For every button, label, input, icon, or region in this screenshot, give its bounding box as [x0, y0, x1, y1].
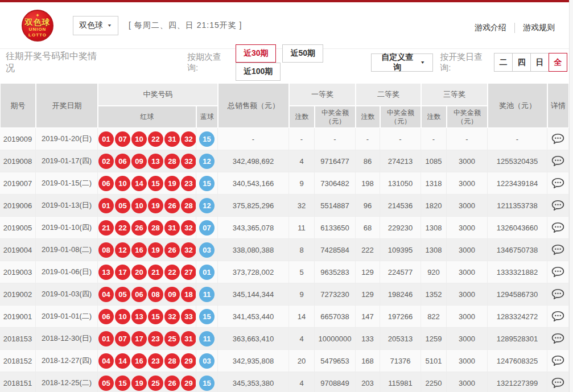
second-prize-amount-cell: 274213	[380, 150, 421, 172]
pool-cell: 1211353738	[488, 195, 547, 217]
table-row: 20190092019-01-20(日)01071022313215------…	[0, 128, 569, 150]
red-ball: 23	[148, 353, 163, 369]
red-balls-cell: 040506080918	[98, 283, 196, 306]
first-prize-amount-cell: 6133650	[315, 217, 356, 239]
blue-ball-cell: 15	[196, 306, 218, 328]
detail-button[interactable]	[550, 154, 566, 168]
first-prize-count-cell: 9	[289, 172, 315, 195]
detail-button[interactable]	[550, 243, 566, 257]
detail-cell	[547, 350, 569, 372]
detail-button[interactable]	[550, 354, 566, 368]
pool-cell: 1247608325	[488, 350, 547, 372]
red-ball: 10	[115, 176, 130, 191]
day-filter-0[interactable]: 二	[494, 53, 513, 72]
detail-button[interactable]	[550, 265, 566, 279]
second-prize-count-cell: 86	[356, 150, 380, 172]
third-prize-amount-cell: 3000	[447, 261, 488, 283]
red-ball: 19	[131, 376, 147, 391]
detail-button[interactable]	[550, 199, 566, 212]
site-header: ✦ 双色球 UNION LOTTO 双色球 ▼ [ 每周二、四、日 21:15开…	[0, 2, 573, 48]
red-ball: 28	[164, 353, 180, 369]
red-ball: 16	[131, 242, 147, 258]
issue-cell: 2019001	[0, 306, 36, 328]
first-prize-amount-cell: -	[315, 128, 356, 150]
red-balls-cell: 041416232829	[98, 350, 196, 372]
third-prize-count-cell: 2250	[421, 372, 447, 392]
third-prize-amount-cell: 3000	[447, 172, 488, 195]
second-prize-count-cell: 198	[356, 172, 380, 195]
period-filter-2[interactable]: 近100期	[236, 63, 281, 81]
pool-cell: 1294586730	[488, 283, 547, 306]
custom-query-button[interactable]: 自定义查询 ▼	[371, 53, 433, 72]
red-ball: 25	[164, 331, 180, 346]
comment-bubble-icon	[551, 155, 564, 167]
issue-cell: 2019008	[0, 150, 36, 172]
detail-button[interactable]	[550, 332, 566, 345]
blue-ball-cell: 01	[196, 261, 218, 283]
red-ball: 15	[148, 176, 163, 191]
red-balls-cell: 212226283132	[98, 217, 196, 239]
third-prize-count-cell: -	[421, 128, 447, 150]
detail-cell	[547, 195, 569, 217]
day-query-label: 按开奖日查询:	[440, 52, 490, 73]
red-ball: 32	[181, 242, 196, 258]
red-ball: 31	[164, 131, 180, 147]
red-ball: 19	[148, 198, 163, 213]
red-ball: 06	[131, 287, 147, 302]
logo-title: 双色球	[25, 18, 51, 26]
first-prize-count-cell: 11	[289, 217, 315, 239]
second-prize-amount-cell: 197266	[380, 306, 421, 328]
game-intro-link[interactable]: 游戏介绍	[467, 23, 514, 33]
pool-cell: 1289528301	[488, 328, 547, 350]
third-prize-amount-cell: 3000	[447, 372, 488, 392]
sales-cell: 345,144,344	[218, 283, 289, 306]
issue-cell: 2019005	[0, 217, 36, 239]
detail-cell	[547, 150, 569, 172]
second-prize-count-cell: 147	[356, 306, 380, 328]
red-ball: 32	[181, 131, 196, 147]
red-balls-cell: 020609132832	[98, 150, 196, 172]
blue-ball: 11	[199, 331, 215, 346]
lottery-select[interactable]: 双色球 ▼	[73, 16, 118, 35]
red-ball: 29	[181, 353, 196, 369]
red-ball: 07	[115, 131, 130, 147]
red-ball: 15	[148, 309, 163, 324]
col-header-amount-3: 中奖金额（元）	[447, 106, 488, 128]
game-rules-link[interactable]: 游戏规则	[514, 23, 563, 33]
red-ball: 09	[164, 287, 180, 302]
second-prize-count-cell: 129	[356, 283, 380, 306]
detail-button[interactable]	[550, 176, 566, 190]
detail-button[interactable]	[550, 310, 566, 323]
filter-bar: 往期开奖号码和中奖情况 按期次查询: 近30期近50期近100期 自定义查询 ▼…	[0, 48, 573, 76]
red-ball: 28	[164, 154, 180, 169]
scrollbar[interactable]	[569, 0, 573, 392]
second-prize-count-cell: 203	[356, 372, 380, 392]
table-row: 20181512018-12-25(二)05151925262915345,35…	[0, 372, 569, 392]
red-balls-cell: 010710223132	[98, 128, 196, 150]
blue-ball-cell: 07	[196, 217, 218, 239]
sales-cell: 345,353,380	[218, 372, 289, 392]
detail-button[interactable]	[550, 132, 566, 146]
blue-ball-cell: 15	[196, 172, 218, 195]
blue-ball-cell: 11	[196, 328, 218, 350]
first-prize-count-cell: 8	[289, 239, 315, 261]
date-cell: 2018-12-25(二)	[36, 372, 98, 392]
day-filter-1[interactable]: 四	[512, 53, 531, 72]
day-filter-3[interactable]: 全	[549, 53, 567, 72]
third-prize-amount-cell: 3000	[447, 306, 488, 328]
detail-button[interactable]	[550, 376, 566, 390]
red-ball: 31	[164, 220, 180, 236]
red-ball: 23	[148, 331, 163, 346]
blue-ball-cell: 12	[196, 195, 218, 217]
red-balls-cell: 061013153233	[98, 306, 196, 328]
detail-button[interactable]	[550, 221, 566, 234]
red-ball: 26	[164, 376, 180, 391]
detail-button[interactable]	[550, 287, 566, 301]
red-ball: 08	[148, 287, 163, 302]
red-ball: 22	[115, 220, 130, 236]
third-prize-amount-cell: 3000	[447, 150, 488, 172]
red-ball: 28	[181, 198, 196, 213]
day-filter-2[interactable]: 日	[530, 53, 549, 72]
issue-cell: 2018152	[0, 350, 36, 372]
red-ball: 16	[131, 353, 147, 369]
